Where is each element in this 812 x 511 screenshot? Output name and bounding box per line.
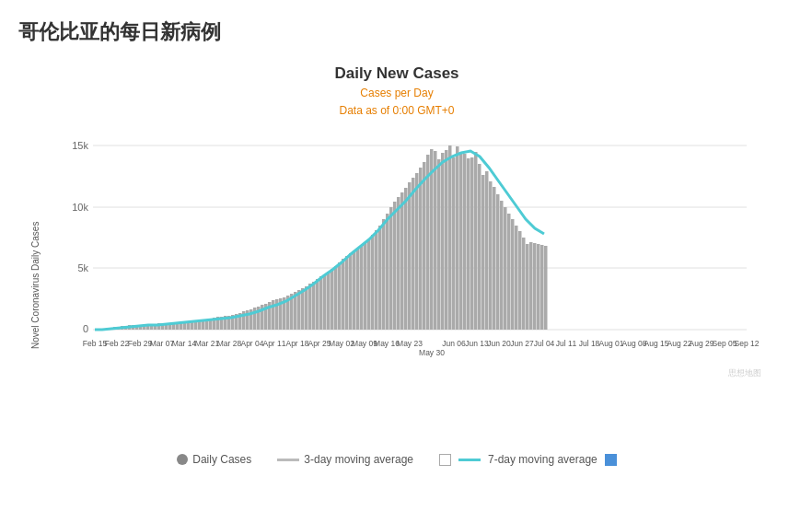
- svg-rect-81: [364, 242, 367, 330]
- chart-svg-area: 15k 10k 5k 0: [46, 127, 766, 444]
- svg-text:Apr 04: Apr 04: [240, 339, 263, 348]
- svg-rect-116: [493, 187, 496, 330]
- svg-text:May 23: May 23: [397, 339, 423, 348]
- svg-text:10k: 10k: [72, 202, 88, 213]
- svg-rect-64: [301, 288, 305, 330]
- svg-rect-85: [378, 226, 382, 330]
- svg-rect-69: [319, 276, 323, 330]
- svg-text:May 02: May 02: [329, 339, 354, 348]
- svg-rect-65: [305, 286, 308, 330]
- svg-rect-89: [393, 202, 397, 330]
- svg-rect-117: [496, 194, 500, 330]
- svg-rect-127: [533, 243, 537, 330]
- svg-rect-104: [448, 145, 452, 330]
- svg-rect-84: [375, 230, 378, 330]
- svg-text:May 30: May 30: [419, 348, 445, 357]
- svg-text:Feb 29: Feb 29: [128, 339, 153, 348]
- svg-rect-110: [470, 157, 474, 330]
- legend-ma7-checkbox-checked[interactable]: [605, 454, 617, 466]
- svg-rect-80: [360, 245, 364, 330]
- svg-text:Apr 11: Apr 11: [262, 339, 285, 348]
- svg-rect-121: [511, 219, 515, 330]
- svg-text:Aug 29: Aug 29: [690, 339, 714, 348]
- svg-rect-115: [489, 181, 493, 330]
- svg-rect-93: [408, 182, 412, 330]
- svg-text:0: 0: [83, 323, 88, 334]
- svg-rect-94: [412, 178, 415, 330]
- svg-text:Jun 06: Jun 06: [442, 339, 466, 348]
- svg-text:May 16: May 16: [374, 339, 400, 348]
- chart-container: Daily New Cases Cases per Day Data as of…: [18, 55, 784, 475]
- svg-text:Mar 21: Mar 21: [195, 339, 220, 348]
- svg-rect-68: [316, 279, 319, 330]
- svg-rect-98: [426, 155, 430, 330]
- svg-text:Apr 18: Apr 18: [285, 339, 308, 348]
- chart-wrap: Novel Coronavirus Daily Cases 15k 10k 5k…: [28, 127, 766, 444]
- svg-rect-120: [507, 214, 511, 330]
- svg-rect-105: [452, 157, 456, 330]
- svg-rect-66: [308, 284, 312, 330]
- svg-rect-72: [331, 269, 334, 330]
- svg-text:Jul 04: Jul 04: [534, 339, 555, 348]
- chart-svg: 15k 10k 5k 0: [46, 127, 766, 440]
- legend-daily-cases: Daily Cases: [177, 453, 251, 466]
- svg-text:Jun 13: Jun 13: [465, 339, 489, 348]
- svg-text:Mar 14: Mar 14: [172, 339, 197, 348]
- svg-rect-92: [404, 188, 408, 330]
- svg-rect-71: [327, 272, 331, 330]
- legend-ma7-checkbox[interactable]: [439, 454, 451, 466]
- svg-rect-106: [456, 146, 459, 330]
- svg-rect-118: [500, 201, 504, 330]
- svg-rect-78: [353, 250, 356, 330]
- legend-ma3-icon: [277, 459, 299, 461]
- svg-text:Feb 15: Feb 15: [83, 339, 108, 348]
- svg-rect-126: [529, 242, 533, 330]
- svg-rect-88: [389, 207, 393, 330]
- svg-rect-87: [386, 214, 389, 330]
- svg-text:Jun 20: Jun 20: [487, 339, 511, 348]
- svg-rect-109: [467, 158, 470, 330]
- svg-rect-100: [434, 151, 437, 330]
- legend-ma3: 3-day moving average: [277, 453, 413, 466]
- watermark: 思想地图: [727, 368, 761, 377]
- svg-rect-112: [478, 164, 481, 330]
- chart-title: Daily New Cases: [28, 64, 766, 83]
- legend-ma7: 7-day moving average: [439, 453, 617, 466]
- svg-rect-95: [415, 173, 419, 330]
- svg-rect-125: [526, 244, 529, 330]
- svg-rect-83: [371, 235, 375, 330]
- svg-text:Mar 28: Mar 28: [217, 339, 242, 348]
- y-axis-label: Novel Coronavirus Daily Cases: [28, 127, 42, 444]
- svg-rect-123: [518, 231, 522, 330]
- svg-rect-74: [338, 262, 342, 330]
- svg-text:Sep 12: Sep 12: [735, 339, 760, 348]
- legend-daily-cases-label: Daily Cases: [192, 453, 251, 466]
- svg-rect-91: [400, 192, 404, 330]
- chart-subtitle: Cases per Day Data as of 0:00 GMT+0: [28, 85, 766, 120]
- svg-rect-86: [382, 219, 386, 330]
- svg-rect-119: [504, 207, 507, 330]
- svg-text:Apr 25: Apr 25: [307, 339, 331, 348]
- svg-rect-129: [540, 245, 544, 330]
- svg-rect-102: [441, 153, 445, 330]
- chart-legend: Daily Cases 3-day moving average 7-day m…: [28, 453, 766, 466]
- svg-text:15k: 15k: [72, 140, 88, 151]
- svg-rect-97: [423, 162, 426, 330]
- svg-text:5k: 5k: [77, 262, 88, 273]
- svg-text:Mar 07: Mar 07: [150, 339, 175, 348]
- svg-rect-75: [342, 259, 345, 330]
- svg-rect-82: [367, 239, 371, 330]
- svg-rect-107: [459, 152, 463, 330]
- svg-rect-111: [474, 152, 478, 330]
- legend-ma7-line-icon: [458, 459, 481, 461]
- svg-rect-76: [345, 256, 349, 330]
- legend-daily-cases-icon: [177, 454, 188, 465]
- svg-text:Feb 22: Feb 22: [105, 339, 130, 348]
- svg-rect-103: [445, 150, 448, 330]
- svg-rect-101: [437, 159, 441, 330]
- svg-text:Jul 11: Jul 11: [556, 339, 577, 348]
- svg-rect-122: [515, 226, 518, 330]
- svg-rect-99: [430, 149, 434, 330]
- page-title: 哥伦比亚的每日新病例: [18, 18, 784, 46]
- svg-rect-63: [297, 290, 301, 330]
